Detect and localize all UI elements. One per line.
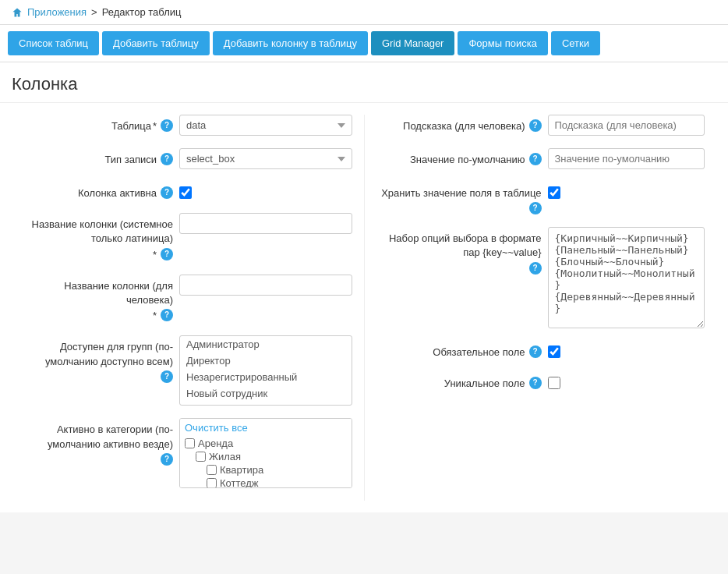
cat-item-zhilaya: Жилая bbox=[185, 450, 347, 463]
help-default-icon[interactable]: ? bbox=[529, 153, 542, 165]
unique-checkbox[interactable] bbox=[548, 377, 560, 389]
breadcrumb: Приложения > Редактор таблиц bbox=[0, 0, 728, 25]
groups-listbox[interactable]: Администратор Директор Незарегистрирован… bbox=[179, 335, 352, 406]
help-record-type-icon[interactable]: ? bbox=[161, 153, 173, 165]
breadcrumb-apps-link[interactable]: Приложения bbox=[27, 6, 87, 18]
label-unique: Уникальное поле ? bbox=[376, 372, 548, 391]
row-column-name: Название колонки (системное только латин… bbox=[23, 213, 352, 262]
label-category: Активно в категории (по-умолчанию активн… bbox=[23, 418, 179, 465]
table-select[interactable]: data realty users bbox=[179, 115, 352, 136]
btn-add-table[interactable]: Добавить таблицу bbox=[102, 31, 210, 55]
label-column-active: Колонка активна ? bbox=[23, 182, 179, 200]
label-column-human: Название колонки (для человека)* ? bbox=[23, 275, 179, 324]
form-left: Таблица* ? data realty users Тип записи … bbox=[12, 115, 365, 501]
list-item[interactable]: Администратор bbox=[180, 336, 352, 353]
label-options: Набор опций выбора в формате пар {key~~v… bbox=[376, 227, 548, 274]
cat-item-arenda: Аренда bbox=[185, 437, 347, 450]
hint-input[interactable] bbox=[548, 115, 705, 136]
help-groups-icon[interactable]: ? bbox=[161, 370, 173, 383]
btn-grid-manager[interactable]: Grid Manager bbox=[371, 31, 454, 55]
options-textarea[interactable]: {Кирпичный~~Кирпичный} {Панельный~~Панел… bbox=[548, 227, 705, 328]
list-item[interactable]: Незарегистрированный bbox=[180, 369, 352, 385]
category-box[interactable]: Очистить все Аренда Жилая Квартира Котте… bbox=[179, 418, 352, 488]
toolbar: Список таблиц Добавить таблицу Добавить … bbox=[0, 25, 728, 62]
cat-item-kvartira: Квартира bbox=[185, 463, 347, 477]
page-title: Колонка bbox=[0, 62, 728, 103]
label-default: Значение по-умолчанию ? bbox=[376, 148, 548, 167]
row-table: Таблица* ? data realty users bbox=[23, 115, 352, 136]
row-store: Хранить значение поля в таблице ? bbox=[376, 182, 705, 214]
help-store-icon[interactable]: ? bbox=[529, 202, 542, 214]
record-type-select[interactable]: select_box text textarea checkbox bbox=[179, 148, 352, 169]
help-column-human-icon[interactable]: ? bbox=[161, 309, 173, 321]
row-default: Значение по-умолчанию ? bbox=[376, 148, 705, 169]
column-human-input[interactable]: Тип многоквартирного дома bbox=[179, 275, 352, 296]
btn-grids[interactable]: Сетки bbox=[551, 31, 600, 55]
label-hint: Подсказка (для человека) ? bbox=[376, 115, 548, 133]
row-category: Активно в категории (по-умолчанию активн… bbox=[23, 418, 352, 488]
help-column-active-icon[interactable]: ? bbox=[161, 186, 173, 199]
row-required: Обязательное поле ? bbox=[376, 341, 705, 360]
list-item[interactable]: Новый сотрудник bbox=[180, 385, 352, 402]
breadcrumb-sep: > bbox=[91, 6, 97, 18]
row-options: Набор опций выбора в формате пар {key~~v… bbox=[376, 227, 705, 328]
default-input[interactable] bbox=[548, 148, 705, 169]
list-item[interactable]: Директор bbox=[180, 353, 352, 369]
form-right: Подсказка (для человека) ? Значение по-у… bbox=[365, 115, 717, 501]
label-required: Обязательное поле ? bbox=[376, 341, 548, 360]
label-column-name: Название колонки (системное только латин… bbox=[23, 213, 179, 262]
breadcrumb-current: Редактор таблиц bbox=[102, 6, 182, 18]
help-hint-icon[interactable]: ? bbox=[529, 119, 542, 132]
cat-checkbox-zhilaya[interactable] bbox=[196, 452, 206, 462]
help-unique-icon[interactable]: ? bbox=[529, 377, 542, 389]
form-container: Таблица* ? data realty users Тип записи … bbox=[0, 103, 728, 512]
cat-checkbox-kvartira[interactable] bbox=[207, 465, 217, 475]
btn-list-tables[interactable]: Список таблиц bbox=[8, 31, 99, 55]
row-hint: Подсказка (для человека) ? bbox=[376, 115, 705, 136]
row-column-human: Название колонки (для человека)* ? Тип м… bbox=[23, 275, 352, 324]
btn-search-forms[interactable]: Формы поиска bbox=[458, 31, 547, 55]
cat-item-kottedzh: Коттедж bbox=[185, 477, 347, 488]
column-active-checkbox[interactable] bbox=[179, 186, 192, 199]
help-column-name-icon[interactable]: ? bbox=[161, 248, 173, 260]
row-record-type: Тип записи ? select_box text textarea ch… bbox=[23, 148, 352, 169]
category-clear-link[interactable]: Очистить все bbox=[185, 422, 347, 434]
home-icon[interactable] bbox=[12, 7, 23, 18]
store-checkbox[interactable] bbox=[548, 186, 560, 199]
help-required-icon[interactable]: ? bbox=[529, 345, 542, 358]
row-groups: Доступен для групп (по-умолчанию доступн… bbox=[23, 335, 352, 406]
row-column-active: Колонка активна ? bbox=[23, 182, 352, 200]
label-store: Хранить значение поля в таблице ? bbox=[376, 182, 548, 214]
required-checkbox[interactable] bbox=[548, 345, 560, 358]
help-table-icon[interactable]: ? bbox=[161, 119, 173, 132]
label-record-type: Тип записи ? bbox=[23, 148, 179, 167]
row-unique: Уникальное поле ? bbox=[376, 372, 705, 391]
cat-checkbox-arenda[interactable] bbox=[185, 438, 195, 448]
btn-add-column[interactable]: Добавить колонку в таблицу bbox=[213, 31, 368, 55]
label-groups: Доступен для групп (по-умолчанию доступн… bbox=[23, 335, 179, 382]
help-category-icon[interactable]: ? bbox=[161, 453, 173, 466]
column-name-input[interactable]: housetype bbox=[179, 213, 352, 234]
label-table: Таблица* ? bbox=[23, 115, 179, 133]
help-options-icon[interactable]: ? bbox=[529, 262, 542, 275]
cat-checkbox-kottedzh[interactable] bbox=[207, 478, 217, 488]
